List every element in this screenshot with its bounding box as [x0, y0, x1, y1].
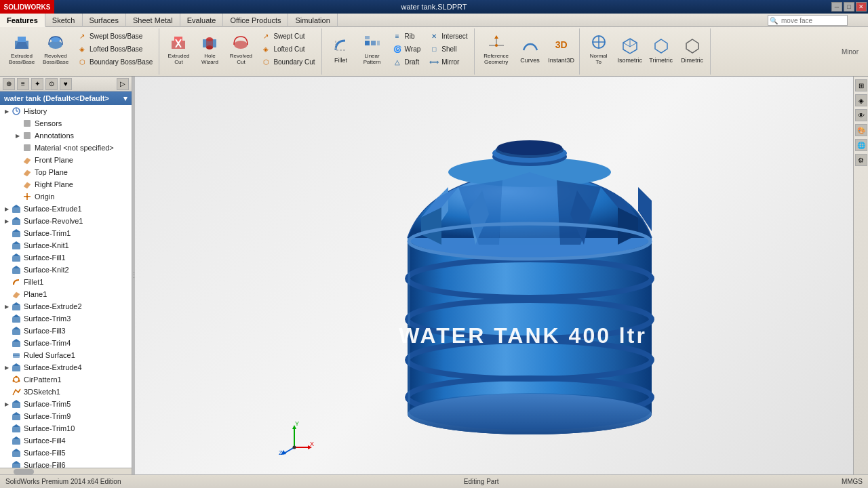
move-face-input[interactable] — [779, 17, 847, 24]
reference-geometry-button[interactable]: ReferenceGeometry — [479, 30, 514, 68]
expand-icon-3dsketch1[interactable] — [3, 388, 11, 396]
tree-item-surface-trim3[interactable]: Surface-Trim3 — [0, 312, 132, 325]
expand-icon-plane1[interactable] — [3, 290, 11, 298]
expand-icon-surface-fill3[interactable] — [3, 327, 11, 335]
expand-icon-surface-fill1[interactable] — [3, 253, 11, 262]
tab-evaluate[interactable]: Evaluate — [180, 14, 224, 27]
display-style-button[interactable]: ◈ — [855, 94, 867, 106]
extruded-boss-button[interactable]: ExtrudedBoss/Base — [5, 30, 38, 68]
tree-item-surface-trim9[interactable]: Surface-Trim9 — [0, 410, 132, 422]
sidebar-tool-5[interactable]: ♥ — [60, 78, 72, 90]
tree-item-sensors[interactable]: Sensors — [0, 117, 132, 129]
swept-cut-button[interactable]: ↗ Swept Cut — [257, 30, 318, 42]
boundary-cut-button[interactable]: ⬡ Boundary Cut — [257, 56, 318, 68]
tree-item-history[interactable]: ▶History — [0, 105, 132, 117]
expand-icon-surface-trim4[interactable] — [3, 339, 11, 347]
shell-button[interactable]: □ Shell — [425, 43, 471, 55]
view-setting-button[interactable]: ⚙ — [855, 154, 867, 166]
rib-button[interactable]: ≡ Rib — [389, 30, 425, 42]
maximize-button[interactable]: □ — [844, 2, 854, 12]
tree-item-cirpattern1[interactable]: CirPattern1 — [0, 373, 132, 386]
tree-item-surface-trim10[interactable]: Surface-Trim10 — [0, 422, 132, 434]
fillet-button[interactable]: Fillet — [326, 30, 356, 68]
tree-item-top-plane[interactable]: Top Plane — [0, 166, 132, 178]
expand-icon-surface-extrude2[interactable]: ▶ — [3, 302, 11, 310]
tree-item-surface-fill1[interactable]: Surface-Fill1 — [0, 251, 132, 264]
sidebar-tool-4[interactable]: ⊙ — [45, 78, 58, 90]
tree-item-surface-extrude1[interactable]: ▶Surface-Extrude1 — [0, 203, 132, 215]
expand-icon-annotations[interactable]: ▶ — [14, 131, 22, 140]
sidebar-tool-2[interactable]: ≡ — [17, 78, 29, 90]
expand-icon-surface-trim3[interactable] — [3, 314, 11, 323]
tree-item-surface-fill5[interactable]: Surface-Fill5 — [0, 447, 132, 459]
sidebar-dropdown-icon[interactable]: ▾ — [123, 94, 127, 103]
tree-item-fillet1[interactable]: Fillet1 — [0, 276, 132, 288]
sidebar-collapse[interactable]: ▷ — [117, 78, 129, 90]
expand-icon-origin[interactable] — [14, 192, 22, 201]
tree-item-annotations[interactable]: ▶Annotations — [0, 129, 132, 142]
lofted-cut-button[interactable]: ◈ Lofted Cut — [257, 43, 318, 55]
sidebar-tool-3[interactable]: ✦ — [31, 78, 43, 90]
expand-icon-surface-fill6[interactable] — [3, 461, 11, 468]
expand-icon-surface-trim1[interactable] — [3, 229, 11, 237]
linear-pattern-button[interactable]: LinearPattern — [357, 30, 387, 68]
instant3d-button[interactable]: 3D Instant3D — [547, 30, 576, 68]
tree-item-front-plane[interactable]: Front Plane — [0, 154, 132, 166]
scene-button[interactable]: 🌐 — [855, 139, 867, 151]
tree-item-surface-fill3[interactable]: Surface-Fill3 — [0, 325, 132, 337]
expand-icon-surface-trim10[interactable] — [3, 424, 11, 432]
expand-icon-surface-revolve1[interactable]: ▶ — [3, 217, 11, 225]
revolved-boss-button[interactable]: RevolvedBoss/Base — [39, 30, 72, 68]
hole-wizard-button[interactable]: HoleWizard — [195, 30, 224, 68]
sidebar-tool-1[interactable]: ⊕ — [3, 78, 15, 90]
tree-item-origin[interactable]: Origin — [0, 190, 132, 203]
intersect-button[interactable]: ✕ Intersect — [425, 30, 471, 42]
window-controls[interactable]: ─ □ ✕ — [831, 2, 867, 12]
tree-item-surface-fill6[interactable]: Surface-Fill6 — [0, 459, 132, 468]
tree-item-surface-knit1[interactable]: Surface-Knit1 — [0, 239, 132, 251]
expand-icon-surface-knit2[interactable] — [3, 266, 11, 274]
dimetric-button[interactable]: Dimetric — [677, 30, 707, 68]
tree-item-plane1[interactable]: Plane1 — [0, 288, 132, 300]
expand-icon-surface-fill5[interactable] — [3, 449, 11, 457]
tree-item-right-plane[interactable]: Right Plane — [0, 178, 132, 190]
curves-button[interactable]: Curves — [515, 30, 545, 68]
expand-icon-fillet1[interactable] — [3, 278, 11, 286]
tree-item-surface-trim1[interactable]: Surface-Trim1 — [0, 227, 132, 239]
boundary-boss-button[interactable]: ⬡ Boundary Boss/Base — [73, 56, 156, 68]
tree-item-material[interactable]: Material <not specified> — [0, 142, 132, 154]
tree-item-surface-trim5[interactable]: ▶Surface-Trim5 — [0, 398, 132, 410]
view-orientation-button[interactable]: ⊞ — [855, 79, 867, 92]
tree-item-ruled-surface1[interactable]: Ruled Surface1 — [0, 349, 132, 361]
expand-icon-material[interactable] — [14, 144, 22, 152]
trimetric-button[interactable]: Trimetric — [646, 30, 676, 68]
expand-icon-sensors[interactable] — [14, 119, 22, 127]
move-face-search[interactable]: 🔍 — [768, 15, 848, 26]
expand-icon-ruled-surface1[interactable] — [3, 351, 11, 359]
close-button[interactable]: ✕ — [856, 2, 867, 12]
tree-item-surface-knit2[interactable]: Surface-Knit2 — [0, 264, 132, 276]
tree-item-surface-revolve1[interactable]: ▶Surface-Revolve1 — [0, 215, 132, 227]
tab-simulation[interactable]: Simulation — [288, 14, 337, 27]
tab-sketch[interactable]: Sketch — [45, 14, 83, 27]
tree-item-3dsketch1[interactable]: 3DSketch1 — [0, 386, 132, 398]
edit-appearance-button[interactable]: 🎨 — [855, 124, 867, 136]
isometric-button[interactable]: Isometric — [615, 30, 645, 68]
draft-button[interactable]: △ Draft — [389, 56, 425, 68]
expand-icon-history[interactable]: ▶ — [3, 107, 11, 115]
expand-icon-surface-trim9[interactable] — [3, 412, 11, 420]
expand-icon-surface-extrude1[interactable]: ▶ — [3, 205, 11, 213]
viewport[interactable]: WATER TANK 400 ltr — [135, 77, 853, 474]
revolved-cut-button[interactable]: RevolvedCut — [226, 30, 256, 68]
tree-scrollbar-h[interactable] — [0, 468, 132, 474]
tab-sheet-metal[interactable]: Sheet Metal — [126, 14, 180, 27]
minimize-button[interactable]: ─ — [831, 2, 842, 12]
expand-icon-cirpattern1[interactable] — [3, 375, 11, 384]
tree-item-surface-extrude2[interactable]: ▶Surface-Extrude2 — [0, 300, 132, 312]
mirror-button[interactable]: ⟺ Mirror — [425, 56, 471, 68]
lofted-boss-button[interactable]: ◈ Lofted Boss/Base — [73, 43, 156, 55]
tree-item-surface-trim4[interactable]: Surface-Trim4 — [0, 337, 132, 349]
wrap-button[interactable]: 🌀 Wrap — [389, 43, 425, 55]
tab-features[interactable]: Features — [0, 14, 45, 27]
tab-surfaces[interactable]: Surfaces — [83, 14, 126, 27]
